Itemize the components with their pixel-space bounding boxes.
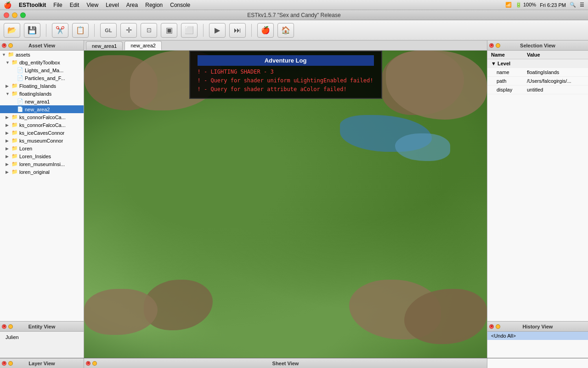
open-button[interactable]: 📂 [4, 23, 20, 38]
tree-item-area1[interactable]: 📄 new_area1 [0, 98, 84, 105]
menu-esttoolkit[interactable]: ESTtoolkit [19, 2, 46, 8]
entity-panel-min[interactable] [8, 324, 13, 329]
tree-item-floating-islands[interactable]: ▶ 📁 Floating_Islands [0, 82, 84, 90]
asset-tree: ▼ 📁 assets ▼ 📁 dbg_entityToolbox 📄 Light… [0, 51, 84, 321]
tree-item-ks1[interactable]: ▶ 📁 ks_connorFalcoCa... [0, 113, 84, 121]
cut-button[interactable]: ✂️ [52, 23, 68, 38]
tree-item-ks-ice[interactable]: ▶ 📁 ks_iceCavesConnor [0, 129, 84, 137]
menu-level[interactable]: Level [106, 2, 119, 8]
home-button[interactable]: 🏠 [277, 23, 294, 38]
menubar-right-area: 📶 🔋 100% Fri 6:23 PM 🔍 ☰ [505, 2, 584, 8]
asset-panel-min[interactable] [8, 43, 13, 48]
asset-panel-close[interactable]: ✕ [2, 43, 6, 48]
tree-item-particles[interactable]: 📄 Particles_and_F... [0, 74, 84, 82]
folder-icon: 📁 [11, 91, 18, 97]
error-overlay: Adventure Log ! - LIGHTING SHADER - 3 ! … [189, 51, 382, 99]
bottom-split: ✕ Layer View 👁 Entity Layer 👁 Tile Layer… [0, 358, 588, 368]
tree-arrow: ▶ [6, 154, 10, 159]
toolbar-sep-2 [94, 24, 95, 37]
history-header: ✕ History View [487, 322, 588, 332]
select-button[interactable]: ⊡ [141, 23, 157, 38]
menubar: 🍎 ESTtoolkit File Edit View Level Area R… [0, 0, 588, 10]
tree-item-loren[interactable]: ▶ 📁 Loren [0, 144, 84, 152]
copy-button[interactable]: 📋 [72, 23, 89, 38]
sel-panel-close[interactable]: ✕ [489, 43, 494, 48]
tree-item-loren-museum[interactable]: ▶ 📁 loren_museumInsi... [0, 160, 84, 168]
hist-panel-min[interactable] [496, 324, 500, 329]
menu-edit[interactable]: Edit [70, 2, 79, 8]
maximize-button[interactable] [20, 12, 26, 18]
next-button[interactable]: ⏭ [229, 23, 246, 38]
tree-label-ks-museum: ks_museumConnor [19, 138, 63, 144]
tree-arrow: ▶ [6, 162, 10, 167]
window-title: ESTkv1.5.7 "Sex and Candy" Release [247, 12, 340, 18]
menu-view[interactable]: View [86, 2, 98, 8]
menu-console[interactable]: Console [170, 2, 190, 8]
hist-panel-controls: ✕ [489, 324, 500, 329]
sheet-panel-close[interactable]: ✕ [86, 361, 90, 366]
tree-item-floatingislands[interactable]: ▼ 📁 floatingIslands [0, 90, 84, 98]
tree-label-loren-museum: loren_museumInsi... [19, 161, 65, 167]
error-msg-3: ! - Query for shader attribute aColor fa… [198, 85, 374, 94]
entity-item-julien[interactable]: Julien [2, 334, 82, 341]
folder-icon: 📁 [11, 130, 18, 136]
close-button[interactable] [4, 12, 9, 18]
play-button[interactable]: ▶ [209, 23, 226, 38]
layer-panel-close[interactable]: ✕ [2, 361, 6, 366]
sel-row-path[interactable]: path /Users/falcogirgis/... [487, 77, 588, 86]
tree-item-loren-original[interactable]: ▶ 📁 loren_original [0, 168, 84, 176]
folder-icon: 📁 [11, 161, 18, 167]
sel-row-level[interactable]: ▼ Level [487, 59, 588, 68]
tree-item-lights[interactable]: 📄 Lights_and_Ma... [0, 66, 84, 74]
minimize-button[interactable] [12, 12, 17, 18]
menu-region[interactable]: Region [145, 2, 163, 8]
toolbar-sep-4 [251, 24, 252, 37]
tree-item-ks-museum[interactable]: ▶ 📁 ks_museumConnor [0, 137, 84, 144]
sel-name-value: floatingIslands [523, 68, 588, 77]
tab-area2[interactable]: new_area2 [124, 41, 161, 50]
box-button[interactable]: ▣ [161, 23, 177, 38]
tree-item-assets[interactable]: ▼ 📁 assets [0, 51, 84, 58]
sel-path-label: path [487, 77, 523, 86]
sel-display-value: untitled [523, 86, 588, 94]
search-icon[interactable]: 🔍 [570, 2, 576, 8]
tree-arrow [11, 76, 16, 80]
main-layout: ✕ Asset View ▼ 📁 assets ▼ 📁 dbg_entityTo… [0, 40, 588, 358]
sel-row-name[interactable]: name floatingIslands [487, 68, 588, 77]
hist-panel-close[interactable]: ✕ [489, 324, 494, 329]
selection-header: ✕ Selection View [487, 40, 588, 51]
canvas-area[interactable]: Adventure Log ! - LIGHTING SHADER - 3 ! … [84, 51, 487, 358]
sel-row-display[interactable]: display untitled [487, 86, 588, 94]
sel-level-label: ▼ Level [487, 59, 523, 68]
toolbar-sep-3 [203, 24, 204, 37]
tree-label-floating: Floating_Islands [19, 83, 56, 89]
tree-arrow: ▶ [6, 84, 10, 88]
sel-col-value: Value [523, 51, 588, 59]
tree-item-ks2[interactable]: ▶ 📁 ks_connorFalcoCa... [0, 121, 84, 129]
tree-label-assets: assets [16, 52, 30, 58]
error-title: Adventure Log [198, 55, 374, 66]
menu-extra-icon[interactable]: ☰ [580, 2, 584, 8]
tree-label-loren: Loren [19, 146, 32, 151]
tree-item-dbg[interactable]: ▼ 📁 dbg_entityToolbox [0, 58, 84, 66]
move-button[interactable]: ✛ [120, 23, 137, 38]
bottom-right-panel [487, 358, 588, 368]
asset-view-title: Asset View [28, 43, 55, 48]
tree-item-loren-insides[interactable]: ▶ 📁 Loren_Insides [0, 152, 84, 160]
apple-menu-icon[interactable]: 🍎 [4, 1, 11, 9]
frame-button[interactable]: ⬜ [181, 23, 198, 38]
save-button[interactable]: 💾 [24, 23, 40, 38]
tree-item-area2[interactable]: 📄 new_area2 [0, 105, 84, 113]
menu-file[interactable]: File [53, 2, 62, 8]
tree-label-ks2: ks_connorFalcoCa... [19, 122, 66, 128]
layer-panel-min[interactable] [8, 361, 13, 366]
tab-area1[interactable]: new_area1 [86, 41, 123, 50]
entity-panel-close[interactable]: ✕ [2, 324, 6, 329]
menu-area[interactable]: Area [126, 2, 138, 8]
history-item-undoall[interactable]: <Undo All> [487, 332, 588, 340]
gl-button[interactable]: GL [100, 23, 117, 38]
sheet-panel-min[interactable] [92, 361, 97, 366]
tree-label-area1: new_area1 [25, 99, 50, 104]
apple-btn[interactable]: 🍎 [257, 23, 274, 38]
sel-panel-min[interactable] [496, 43, 500, 48]
